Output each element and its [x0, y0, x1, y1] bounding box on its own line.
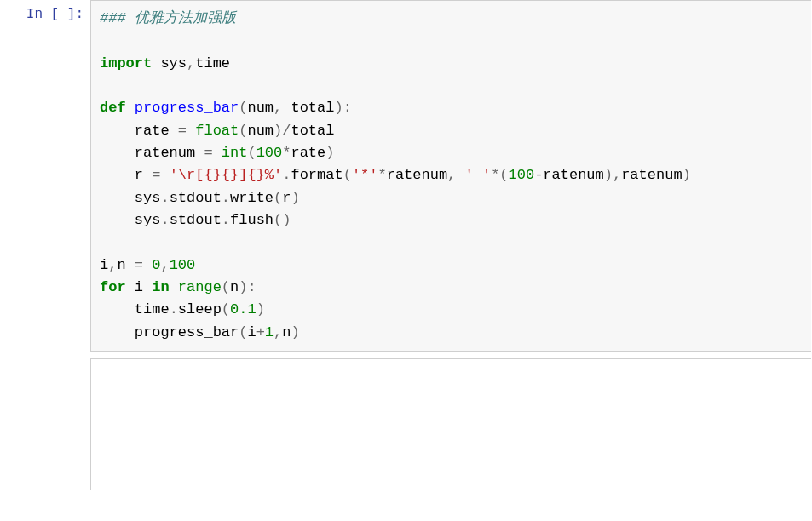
op-plus: +: [256, 324, 265, 341]
param-num: num: [247, 123, 274, 139]
dot: .: [170, 301, 178, 318]
dot: .: [282, 167, 291, 183]
lparen: (: [274, 212, 282, 228]
op-star: *: [491, 167, 499, 183]
code-input-area[interactable]: ### 优雅方法加强版 import sys,time def progress…: [90, 0, 811, 352]
code-comment: ### 优雅方法加强版: [100, 10, 236, 26]
colon: :: [343, 100, 352, 116]
op-minus: -: [534, 167, 543, 183]
var-rate: rate: [291, 145, 325, 161]
op-eq: =: [178, 123, 187, 139]
lparen: (: [222, 279, 230, 295]
param-total: total: [291, 100, 334, 116]
num-0-1: 0.1: [230, 301, 256, 318]
str-star: '*': [352, 167, 378, 183]
lparen: (: [274, 190, 282, 206]
op-eq: =: [204, 145, 212, 161]
num-100: 100: [509, 167, 535, 183]
str-space: ' ': [465, 167, 492, 183]
var-i: i: [247, 324, 256, 341]
rparen: ): [291, 190, 299, 206]
lparen: (: [239, 123, 247, 139]
mod-sys: sys: [135, 190, 161, 206]
kw-import: import: [100, 55, 152, 72]
op-star: *: [377, 167, 386, 183]
var-r: r: [282, 190, 291, 206]
var-n: n: [117, 257, 125, 273]
comma: ,: [613, 167, 621, 183]
op-eq: =: [135, 257, 143, 273]
fn-progress-bar-call: progress_bar: [135, 324, 239, 341]
rparen: ): [256, 301, 265, 318]
rparen: ): [239, 279, 247, 295]
str-fmt: '\r[{}{}]{}%': [170, 167, 283, 183]
var-ratenum: ratenum: [387, 167, 447, 183]
kw-in: in: [152, 279, 169, 295]
builtin-range: range: [178, 279, 222, 295]
attr-stdout: stdout: [170, 190, 222, 206]
builtin-int: int: [222, 145, 248, 161]
output-cell: [0, 358, 812, 491]
comma: ,: [160, 257, 169, 273]
dot: .: [222, 212, 230, 228]
rparen: ): [604, 167, 613, 183]
lparen: (: [343, 167, 352, 183]
var-ratenum: ratenum: [621, 167, 682, 183]
var-rate: rate: [135, 123, 170, 139]
num-0: 0: [152, 257, 160, 273]
input-prompt: In [ ]:: [1, 0, 90, 352]
param-total: total: [291, 123, 334, 139]
var-i: i: [100, 257, 108, 273]
num-100: 100: [256, 145, 283, 161]
rparen: ): [274, 123, 282, 139]
var-r: r: [135, 167, 143, 183]
lparen: (: [247, 145, 256, 161]
op-star: *: [282, 145, 291, 161]
num-100: 100: [170, 257, 196, 273]
var-n: n: [282, 324, 291, 341]
var-i: i: [135, 279, 143, 295]
attr-format: format: [291, 167, 343, 183]
var-ratenum: ratenum: [135, 145, 195, 161]
rparen: ): [334, 100, 343, 116]
attr-flush: flush: [230, 212, 274, 228]
rparen: ): [282, 212, 291, 228]
mod-time: time: [195, 55, 230, 72]
rparen: ): [325, 145, 334, 161]
lparen: (: [499, 167, 508, 183]
fn-progress-bar: progress_bar: [135, 100, 239, 116]
op-eq: =: [152, 167, 160, 183]
attr-sleep: sleep: [178, 301, 222, 318]
comma: ,: [274, 324, 282, 341]
comma: ,: [447, 167, 456, 183]
attr-stdout: stdout: [170, 212, 222, 228]
param-num: num: [247, 100, 274, 116]
mod-sys: sys: [135, 212, 161, 228]
dot: .: [222, 190, 230, 206]
rparen: ): [682, 167, 691, 183]
comma: ,: [108, 257, 117, 273]
output-area[interactable]: [90, 358, 811, 490]
op-slash: /: [282, 123, 291, 139]
code-cell-1: In [ ]: ### 优雅方法加强版 import sys,time def …: [0, 0, 812, 352]
lparen: (: [239, 324, 247, 341]
num-1: 1: [265, 324, 274, 341]
dot: .: [160, 212, 169, 228]
attr-write: write: [230, 190, 274, 206]
builtin-float: float: [195, 123, 239, 139]
comma: ,: [187, 55, 195, 72]
dot: .: [160, 190, 169, 206]
mod-sys: sys: [160, 55, 187, 72]
lparen: (: [222, 301, 230, 318]
output-prompt: [1, 358, 90, 490]
colon: :: [247, 279, 256, 295]
lparen: (: [239, 100, 247, 116]
var-n: n: [230, 279, 239, 295]
var-ratenum: ratenum: [543, 167, 603, 183]
kw-def: def: [100, 100, 126, 116]
comma: ,: [274, 100, 282, 116]
mod-time: time: [135, 301, 170, 318]
rparen: ): [291, 324, 299, 341]
kw-for: for: [100, 279, 126, 295]
